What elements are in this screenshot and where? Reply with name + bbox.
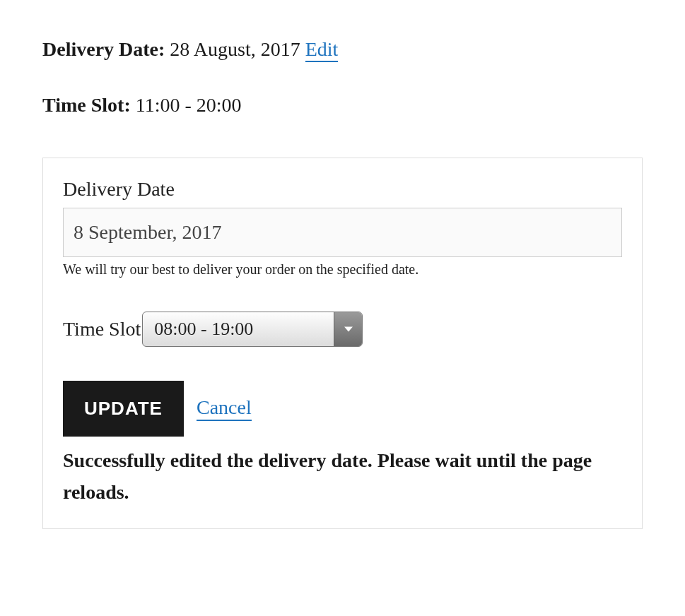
svg-marker-0	[344, 327, 353, 332]
delivery-date-value: 28 August, 2017	[170, 38, 300, 60]
time-slot-label: Time Slot:	[42, 94, 131, 116]
time-slot-field-label: Time Slot	[63, 318, 141, 340]
time-slot-selected-value: 08:00 - 19:00	[143, 312, 334, 346]
delivery-date-field-label: Delivery Date	[63, 178, 622, 201]
time-slot-select[interactable]: 08:00 - 19:00	[142, 312, 363, 347]
time-slot-row: Time Slot 08:00 - 19:00	[63, 312, 622, 347]
cancel-link[interactable]: Cancel	[197, 396, 252, 421]
chevron-down-icon	[334, 312, 362, 346]
edit-link[interactable]: Edit	[305, 38, 339, 62]
delivery-date-input[interactable]	[63, 208, 622, 257]
time-slot-summary: Time Slot: 11:00 - 20:00	[42, 91, 643, 119]
update-button[interactable]: UPDATE	[63, 381, 184, 437]
time-slot-value: 11:00 - 20:00	[136, 94, 242, 116]
form-actions: UPDATE Cancel	[63, 381, 622, 437]
delivery-date-label: Delivery Date:	[42, 38, 165, 60]
edit-form: Delivery Date We will try our best to de…	[42, 158, 643, 529]
success-message: Successfully edited the delivery date. P…	[63, 445, 622, 509]
delivery-date-helper: We will try our best to deliver your ord…	[63, 261, 622, 278]
delivery-date-summary: Delivery Date: 28 August, 2017 Edit	[42, 35, 643, 63]
